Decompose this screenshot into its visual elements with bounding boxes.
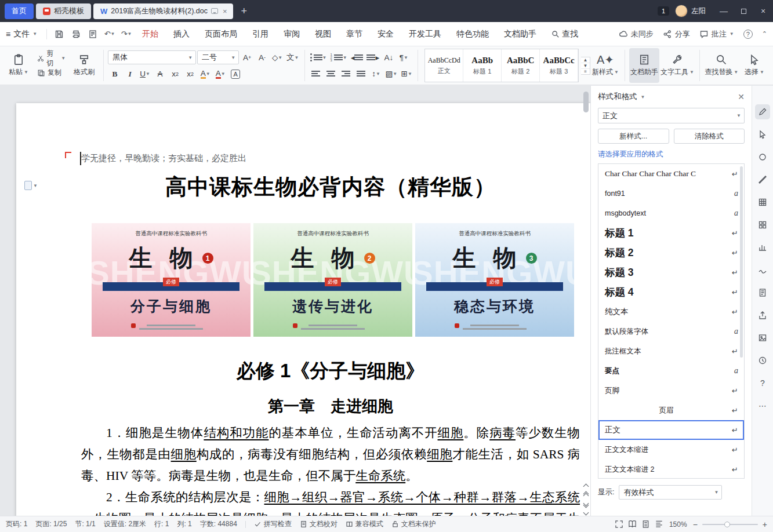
tab-start[interactable]: 开始 (142, 29, 158, 39)
minimize-button[interactable]: — (714, 0, 734, 22)
zoom-in-button[interactable]: + (763, 520, 767, 529)
tab-view[interactable]: 视图 (315, 29, 331, 39)
book-cover-1[interactable]: SHENGWUSHENGWU 普通高中课程标准实验教科书 生 物 1 必修 分子… (92, 223, 251, 337)
status-setting[interactable]: 设置值: 2厘米 (104, 519, 146, 529)
shrink-font-button[interactable]: A- (255, 51, 269, 64)
italic-button[interactable]: I (123, 67, 137, 81)
status-page-count[interactable]: 页面: 1/25 (35, 519, 67, 529)
new-style-panel-button[interactable]: 新样式... (598, 129, 669, 144)
align-center-button[interactable] (324, 67, 338, 81)
shape-icon[interactable] (755, 150, 770, 165)
document-tab[interactable]: W 2019富高生物晚读材料(2).doc × (93, 3, 233, 19)
styles-list-scrollbar[interactable] (739, 165, 743, 477)
template-tab[interactable]: 稻壳模板 (36, 3, 91, 19)
share-button[interactable]: 分享 (663, 29, 690, 39)
chart-icon[interactable] (755, 240, 770, 255)
tab-section[interactable]: 章节 (346, 29, 362, 39)
find-replace-button[interactable]: 查找替换▼ (704, 48, 739, 83)
style-item[interactable]: 标题 3↵ (598, 263, 744, 282)
more-icon[interactable]: ⋯ (755, 398, 770, 413)
strikethrough-button[interactable]: A (153, 67, 167, 81)
show-marks-button[interactable]: ¶▼ (397, 51, 411, 64)
align-right-button[interactable] (339, 67, 353, 81)
style-item[interactable]: 正文文本缩进↵ (598, 440, 744, 460)
module-heading[interactable]: 必修 1《分子与细胞》 (81, 358, 580, 384)
tab-special-features[interactable]: 特色功能 (456, 29, 489, 39)
style-item[interactable]: 批注框文本↵ (598, 341, 744, 361)
style-item[interactable]: 默认段落字体a (598, 322, 744, 341)
compat-mode-badge[interactable]: 兼容模式 (346, 519, 383, 529)
style-item[interactable]: font91a (598, 184, 744, 203)
table-icon[interactable] (755, 195, 770, 210)
style-item[interactable]: 页脚↵ (598, 381, 744, 400)
bullet-list-button[interactable]: ▼ (309, 51, 328, 64)
export-icon[interactable] (755, 308, 770, 323)
scrollbar-thumb[interactable] (740, 166, 743, 358)
zoom-level[interactable]: 150% (669, 520, 687, 529)
file-menu[interactable]: ≡ 文件 ▼ (6, 29, 37, 39)
select-button[interactable]: 选择▼ (739, 48, 770, 83)
scrollbar-thumb[interactable] (583, 92, 589, 112)
protection-status[interactable]: 文档未保护 (391, 519, 436, 529)
spell-check-button[interactable]: 拼写检查 (254, 519, 292, 529)
scroll-up-icon[interactable] (583, 484, 589, 490)
copy-button[interactable]: 复制 (35, 67, 68, 79)
help-icon[interactable]: ? (755, 376, 770, 391)
style-item[interactable]: 标题 2↵ (598, 243, 744, 263)
collapse-ribbon-icon[interactable]: ⌃ (762, 30, 767, 38)
scroll-down-icon[interactable] (583, 510, 589, 516)
history-clock-icon[interactable] (755, 353, 770, 368)
document-page[interactable]: 学无捷径，早晚勤读；夯实基础，必定胜出 ▼ 高中课标生物必背内容（精华版） SH… (16, 103, 590, 516)
decrease-indent-button[interactable]: ◂ (350, 51, 365, 64)
redo-button[interactable]: ↷▼ (119, 27, 134, 42)
sync-status[interactable]: 未同步 (619, 29, 654, 39)
status-section[interactable]: 节: 1/1 (75, 519, 95, 529)
chevron-down-icon[interactable]: ▼ (641, 94, 645, 100)
borders-button[interactable]: ⊞▼ (400, 67, 413, 81)
document-title[interactable]: 高中课标生物必背内容（精华版） (81, 173, 580, 202)
paragraph-1[interactable]: 1．细胞是生物体结构和功能的基本单位，生命活动离不开细胞。除病毒等少数生物外，生… (81, 422, 580, 487)
style-item[interactable]: 页眉↵ (598, 400, 744, 420)
document-body[interactable]: 1．细胞是生物体结构和功能的基本单位，生命活动离不开细胞。除病毒等少数生物外，生… (81, 422, 580, 516)
text-effects-button[interactable]: 文▼ (285, 51, 300, 64)
read-mode-icon[interactable] (628, 520, 637, 529)
book-cover-3[interactable]: SHENGWUSHENGWU 普通高中课程标准实验教科书 生 物 3 必修 稳态… (415, 223, 574, 337)
new-style-button[interactable]: A✦ 新样式▼ (590, 48, 620, 83)
tab-close-icon[interactable]: × (222, 7, 228, 16)
print-button[interactable] (68, 27, 84, 42)
save-button[interactable] (52, 27, 67, 42)
style-item[interactable]: 纯文本↵ (598, 302, 744, 322)
image-icon[interactable] (755, 330, 770, 345)
status-page-number[interactable]: 页码: 1 (6, 519, 27, 529)
status-line[interactable]: 行: 1 (154, 519, 169, 529)
chapter-heading[interactable]: 第一章 走进细胞 (81, 396, 580, 417)
style-item-selected[interactable]: 正文↵ (598, 420, 744, 440)
superscript-button[interactable]: x2 (168, 67, 182, 81)
fullscreen-icon[interactable] (615, 520, 623, 529)
gallery-more-icon[interactable]: ≡ (581, 69, 590, 74)
zoom-slider-thumb[interactable] (724, 522, 730, 527)
vertical-scrollbar[interactable] (582, 88, 590, 486)
style-heading2[interactable]: AaBbC 标题 2 (502, 49, 540, 82)
doc-proof-button[interactable]: 文档校对 (300, 519, 337, 529)
avatar[interactable] (675, 5, 688, 17)
grow-font-button[interactable]: A+ (240, 51, 254, 64)
select-cursor-icon[interactable] (755, 127, 770, 142)
style-item[interactable]: 标题 4↵ (598, 282, 744, 302)
doc-assistant-button[interactable]: 文档助手 (629, 48, 659, 83)
font-color-button[interactable]: A▼ (213, 67, 227, 81)
book-cover-2[interactable]: SHENGWUSHENGWU 普通高中课程标准实验教科书 生 物 2 必修 遗传… (253, 223, 412, 337)
increase-indent-button[interactable]: ▸ (365, 51, 380, 64)
align-left-button[interactable] (309, 67, 323, 81)
print-preview-button[interactable] (85, 27, 100, 42)
style-item[interactable]: 要点a (598, 361, 744, 381)
align-justify-button[interactable] (354, 67, 368, 81)
home-tab[interactable]: 首页 (5, 3, 34, 19)
signature-icon[interactable] (755, 263, 770, 278)
ruler-icon[interactable] (755, 172, 770, 187)
close-button[interactable]: × (753, 0, 773, 22)
tab-references[interactable]: 引用 (252, 29, 268, 39)
style-heading1[interactable]: AaBb 标题 1 (463, 49, 502, 82)
outline-view-icon[interactable] (655, 520, 663, 529)
style-item[interactable]: msgbodytexta (598, 203, 744, 223)
